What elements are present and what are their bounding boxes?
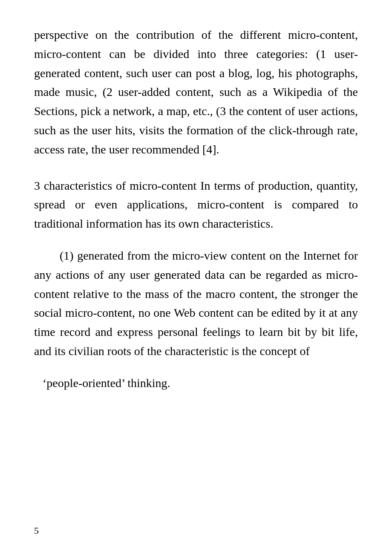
paragraph-3-main: (1) generated from the micro-view conten… [34, 246, 358, 361]
paragraph-3-block: (1) generated from the micro-view conten… [34, 246, 358, 393]
paragraph-1: perspective on the contribution of the d… [34, 26, 358, 159]
section-2-block: 3 characteristics of micro-content In te… [34, 176, 358, 234]
page-container: perspective on the contribution of the d… [0, 0, 392, 555]
paragraph-3-end: ‘people-oriented’ thinking. [34, 374, 358, 393]
paragraph-2-heading: 3 characteristics of micro-content In te… [34, 176, 358, 234]
page-number: 5 [34, 523, 39, 538]
